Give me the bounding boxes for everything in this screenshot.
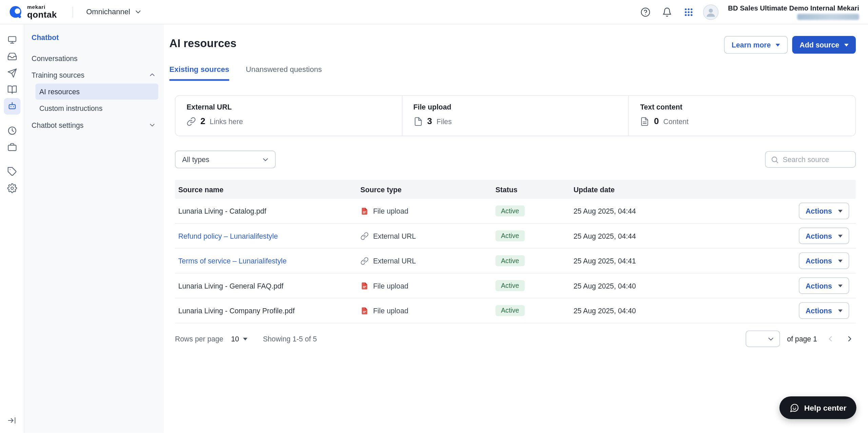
table-row: Terms of service – Lunarialifestyle Exte… — [175, 249, 856, 273]
rail-tags-button[interactable] — [4, 163, 20, 180]
column-header-status: Status — [495, 185, 573, 193]
chevron-up-icon — [149, 71, 156, 79]
caret-down-icon — [838, 210, 843, 212]
briefcase-icon — [7, 142, 17, 152]
page-select[interactable] — [746, 331, 780, 347]
actions-label: Actions — [806, 232, 832, 240]
previous-page-button[interactable] — [824, 333, 836, 345]
actions-button[interactable]: Actions — [799, 203, 849, 219]
next-page-button[interactable] — [844, 333, 856, 345]
source-type-cell: External URL — [360, 232, 495, 240]
rows-per-page-select[interactable]: 10 — [231, 335, 248, 343]
sidebar-item-label: Custom instructions — [39, 104, 102, 112]
help-center-button[interactable]: Help center — [779, 396, 856, 419]
sidebar-item-training-sources[interactable]: Training sources — [32, 66, 158, 83]
actions-button[interactable]: Actions — [799, 277, 849, 294]
status-cell: Active — [495, 280, 573, 291]
tab-existing-sources[interactable]: Existing sources — [170, 65, 229, 81]
topbar-right: BD Sales Ultimate Demo Internal Mekari — [638, 4, 859, 20]
table-row: Lunaria Living - Catalog.pdf File upload… — [175, 199, 856, 223]
sidebar-collapse-button[interactable] — [5, 413, 19, 427]
source-stats-card: External URL 2 Links here File upload — [175, 95, 856, 136]
user-avatar[interactable] — [703, 4, 719, 20]
actions-label: Actions — [806, 307, 832, 315]
actions-cell: Actions — [799, 302, 856, 319]
topbar: mekari qontak Omnichannel — [0, 0, 868, 24]
sidebar-item-conversations[interactable]: Conversations — [32, 50, 158, 66]
source-type-label: File upload — [373, 307, 408, 315]
rail-knowledge-button[interactable] — [4, 81, 20, 98]
page-title: AI resources — [170, 37, 237, 50]
source-type-label: File upload — [373, 207, 408, 215]
rail-history-button[interactable] — [4, 122, 20, 139]
rail-settings-button[interactable] — [4, 180, 20, 197]
rail-dashboard-button[interactable] — [4, 32, 20, 48]
page-header: AI resources Learn more Add source — [170, 34, 856, 54]
bell-icon — [662, 7, 672, 17]
help-circle-icon — [640, 7, 650, 17]
add-source-button[interactable]: Add source — [792, 36, 856, 54]
sidebar-item-custom-instructions[interactable]: Custom instructions — [35, 100, 158, 116]
sidebar-item-chatbot-settings[interactable]: Chatbot settings — [32, 117, 158, 133]
add-source-label: Add source — [800, 41, 839, 49]
stat-label: Text content — [640, 103, 855, 111]
link-icon — [186, 117, 196, 126]
apps-menu-button[interactable] — [682, 5, 696, 19]
search-box — [765, 151, 856, 168]
sidebar-section-title: Chatbot — [32, 33, 158, 41]
notifications-button[interactable] — [660, 5, 674, 19]
source-name-link[interactable]: Terms of service – Lunarialifestyle — [178, 257, 360, 265]
status-badge: Active — [495, 280, 525, 291]
rail-products-button[interactable] — [4, 139, 20, 156]
rail-inbox-button[interactable] — [4, 48, 20, 65]
pagination-right: of page 1 — [746, 331, 856, 347]
tab-unanswered-questions[interactable]: Unanswered questions — [246, 65, 322, 81]
apps-grid-icon — [684, 7, 694, 17]
rail-chatbot-button[interactable] — [4, 98, 20, 115]
actions-button[interactable]: Actions — [799, 228, 849, 244]
caret-down-icon — [844, 43, 849, 46]
rows-per-page-label: Rows per page — [175, 335, 223, 343]
caret-down-icon — [243, 337, 248, 340]
app-shell: Chatbot Conversations Training sources A… — [0, 24, 868, 433]
learn-more-button[interactable]: Learn more — [724, 36, 788, 54]
help-center-label: Help center — [804, 403, 846, 412]
rail-broadcast-button[interactable] — [4, 65, 20, 81]
smiley-chat-icon — [789, 403, 799, 413]
link-icon — [360, 257, 369, 265]
stat-text-content: Text content 0 Content — [629, 96, 855, 136]
status-cell: Active — [495, 230, 573, 241]
source-name-link[interactable]: Refund policy – Lunarialifestyle — [178, 232, 360, 240]
update-date: 25 Aug 2025, 04:44 — [573, 207, 728, 215]
actions-button[interactable]: Actions — [799, 302, 849, 319]
filter-row: All types — [175, 151, 856, 168]
stat-unit: Files — [436, 117, 452, 125]
brand-text: mekari qontak — [27, 4, 57, 20]
monitor-icon — [7, 35, 17, 45]
source-type-cell: External URL — [360, 257, 495, 265]
status-badge: Active — [495, 205, 525, 217]
table-row: Refund policy – Lunarialifestyle Externa… — [175, 224, 856, 249]
type-filter-select[interactable]: All types — [175, 151, 276, 168]
table-header-row: Source name Source type Status Update da… — [175, 180, 856, 199]
link-icon — [360, 232, 369, 240]
sidebar-item-label: Conversations — [32, 54, 78, 62]
actions-cell: Actions — [799, 252, 856, 269]
actions-button[interactable]: Actions — [799, 252, 849, 269]
product-switcher[interactable]: Omnichannel — [86, 8, 142, 16]
search-input[interactable] — [783, 155, 850, 163]
file-icon — [413, 117, 423, 126]
status-badge: Active — [495, 305, 525, 316]
help-button[interactable] — [638, 5, 653, 19]
table-row: Lunaria Living - Company Profile.pdf Fil… — [175, 298, 856, 323]
stat-unit: Content — [663, 117, 688, 125]
qontak-logo[interactable]: mekari qontak — [9, 4, 57, 20]
caret-down-icon — [838, 259, 843, 262]
actions-cell: Actions — [799, 203, 856, 219]
collapse-arrow-icon — [7, 415, 17, 425]
sidebar-item-ai-resources[interactable]: AI resources — [35, 84, 158, 100]
of-page-text: of page 1 — [787, 335, 817, 343]
source-name: Lunaria Living - General FAQ.pdf — [178, 281, 360, 290]
rows-per-page-value: 10 — [231, 335, 239, 343]
main-content: AI resources Learn more Add source Exist… — [164, 24, 868, 433]
